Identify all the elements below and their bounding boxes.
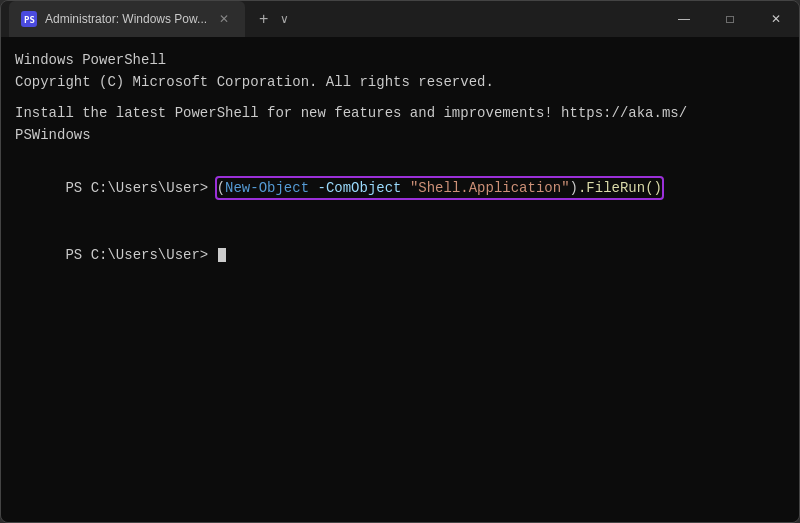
terminal-body[interactable]: Windows PowerShell Copyright (C) Microso… bbox=[1, 37, 799, 522]
command-highlight: (New-Object -ComObject "Shell.Applicatio… bbox=[217, 178, 662, 198]
svg-text:PS: PS bbox=[24, 15, 35, 25]
output-line-2: Copyright (C) Microsoft Corporation. All… bbox=[15, 71, 785, 93]
maximize-button[interactable]: □ bbox=[707, 1, 753, 37]
output-line-4: Install the latest PowerShell for new fe… bbox=[15, 102, 785, 124]
tab-close-button[interactable]: ✕ bbox=[215, 10, 233, 28]
tab-title: Administrator: Windows Pow... bbox=[45, 12, 207, 26]
minimize-button[interactable]: — bbox=[661, 1, 707, 37]
output-line-5: PSWindows bbox=[15, 124, 785, 146]
output-line-1: Windows PowerShell bbox=[15, 49, 785, 71]
powershell-icon: PS bbox=[21, 11, 37, 27]
window: PS Administrator: Windows Pow... ✕ + ∨ —… bbox=[0, 0, 800, 523]
comobject-param: -ComObject bbox=[317, 180, 401, 196]
tab-actions: + ∨ bbox=[245, 8, 297, 30]
prompt-2: PS C:\Users\User> bbox=[65, 247, 216, 263]
command-line-1: PS C:\Users\User> (New-Object -ComObject… bbox=[15, 155, 785, 222]
space2 bbox=[402, 180, 410, 196]
open-paren: ( bbox=[217, 180, 225, 196]
cursor-blink bbox=[218, 248, 226, 262]
new-object-keyword: New-Object bbox=[225, 180, 309, 196]
titlebar: PS Administrator: Windows Pow... ✕ + ∨ —… bbox=[1, 1, 799, 37]
active-tab[interactable]: PS Administrator: Windows Pow... ✕ bbox=[9, 1, 245, 37]
filerun-method: .FileRun() bbox=[578, 180, 662, 196]
close-button[interactable]: ✕ bbox=[753, 1, 799, 37]
prompt-1: PS C:\Users\User> bbox=[65, 180, 216, 196]
close-paren: ) bbox=[570, 180, 578, 196]
window-controls: — □ ✕ bbox=[661, 1, 799, 37]
tab-dropdown-button[interactable]: ∨ bbox=[280, 12, 289, 26]
shell-app-string: "Shell.Application" bbox=[410, 180, 570, 196]
command-line-2: PS C:\Users\User> bbox=[15, 222, 785, 289]
new-tab-button[interactable]: + bbox=[253, 8, 274, 30]
tab-area: PS Administrator: Windows Pow... ✕ + ∨ bbox=[9, 1, 661, 37]
